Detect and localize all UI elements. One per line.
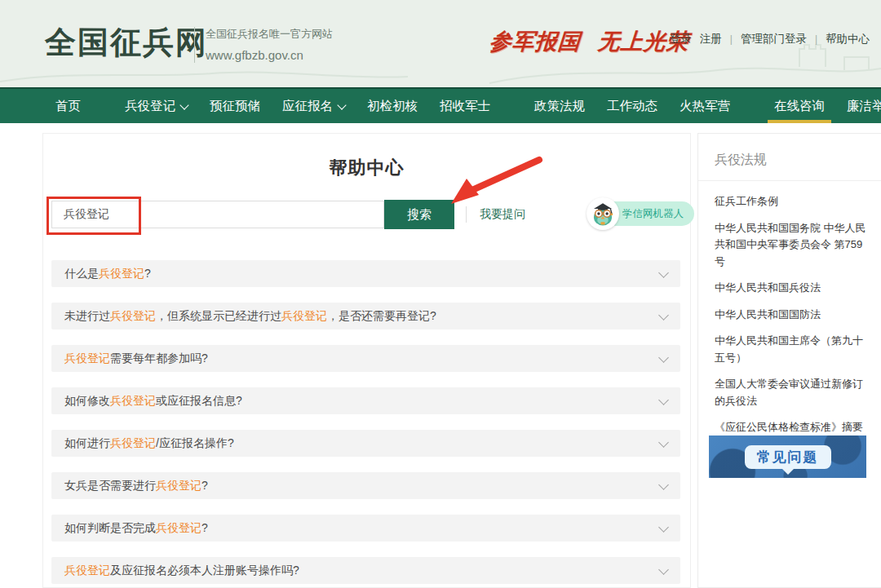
faq-item-7[interactable]: 如何判断是否完成兵役登记?: [51, 515, 680, 542]
faq-question-text: 未进行过兵役登记，但系统显示已经进行过兵役登记，是否还需要再登记?: [64, 309, 436, 324]
faq-highlight-term: 兵役登记: [64, 564, 110, 577]
faq-banner-bubble: 常见问题: [745, 445, 831, 469]
sidebar-divider: [698, 180, 881, 181]
faq-text-segment: ，但系统显示已经进行过: [156, 309, 281, 322]
faq-highlight-term: 兵役登记: [281, 309, 327, 322]
nav-item-8[interactable]: 工作动态: [607, 89, 657, 123]
search-input[interactable]: [51, 201, 384, 228]
faq-list: 什么是兵役登记?未进行过兵役登记，但系统显示已经进行过兵役登记，是否还需要再登记…: [51, 260, 680, 588]
nav-item-label: 招收军士: [440, 98, 490, 115]
chevron-down-icon: [179, 100, 188, 109]
ask-separator: [466, 206, 467, 223]
nav-item-2[interactable]: 兵役登记: [125, 89, 188, 123]
nav-item-11[interactable]: 廉洁举报: [847, 89, 881, 123]
faq-item-1[interactable]: 什么是兵役登记?: [51, 260, 680, 287]
faq-text-segment: 如何修改: [64, 394, 110, 407]
nav-item-7[interactable]: 政策法规: [534, 89, 585, 123]
nav-item-6[interactable]: 招收军士: [440, 89, 490, 123]
sidebar-link-4[interactable]: 中华人民共和国国防法: [715, 307, 873, 324]
faq-text-segment: ?: [201, 521, 208, 534]
faq-text-segment: 需要每年都参加吗?: [110, 351, 208, 365]
faq-text-segment: 什么是: [64, 267, 99, 280]
faq-highlight-term: 兵役登记: [110, 394, 156, 407]
nav-item-label: 预征预储: [210, 98, 260, 115]
faq-question-text: 如何判断是否完成兵役登记?: [64, 521, 208, 536]
faq-text-segment: /应征报名操作?: [156, 436, 234, 449]
sidebar-link-1[interactable]: 征兵工作条例: [715, 193, 873, 210]
nav-item-3[interactable]: 预征预储: [210, 89, 260, 123]
chevron-down-icon: [658, 395, 669, 405]
faq-question-text: 如何进行兵役登记/应征报名操作?: [64, 436, 234, 451]
faq-highlight-term: 兵役登记: [156, 479, 201, 492]
faq-text-segment: 未进行过: [64, 309, 110, 322]
chevron-down-icon: [658, 522, 669, 533]
nav-item-4[interactable]: 应征报名: [282, 89, 345, 123]
nav-item-label: 兵役登记: [125, 98, 175, 115]
chevron-down-icon: [658, 267, 669, 278]
header-links: 登录注册|管理部门登录|帮助中心: [670, 32, 870, 46]
nav-item-label: 廉洁举报: [847, 98, 881, 115]
faq-banner[interactable]: 常见问题: [709, 435, 866, 478]
faq-item-6[interactable]: 女兵是否需要进行兵役登记?: [51, 472, 680, 499]
faq-text-segment: 及应征报名必须本人注册账号操作吗?: [110, 564, 299, 577]
faq-question-text: 兵役登记及应征报名必须本人注册账号操作吗?: [64, 564, 299, 578]
help-center-panel: 帮助中心 搜索 我要提问: [42, 133, 691, 588]
chevron-down-icon: [658, 310, 669, 321]
chsi-robot-button[interactable]: 学信网机器人: [588, 201, 694, 226]
nav-item-label: 工作动态: [607, 98, 657, 115]
site-tagline: 全国征兵报名唯一官方网站 www.gfbzb.gov.cn: [206, 27, 333, 62]
chevron-down-icon: [337, 100, 346, 109]
nav-item-5[interactable]: 初检初核: [367, 89, 418, 123]
sidebar-link-5[interactable]: 中华人民共和国主席令（第九十五号）: [715, 333, 873, 366]
nav-item-label: 首页: [55, 98, 81, 115]
nav-item-label: 应征报名: [282, 98, 333, 115]
chevron-down-icon: [658, 564, 669, 575]
faq-highlight-term: 兵役登记: [156, 521, 201, 534]
header-link-2[interactable]: 注册: [700, 32, 722, 46]
page-title: 帮助中心: [43, 156, 690, 180]
search-button[interactable]: 搜索: [384, 200, 454, 229]
robot-label: 学信网机器人: [622, 207, 684, 221]
logo-divider: [194, 27, 195, 63]
sidebar-link-2[interactable]: 中华人民共和国国务院 中华人民共和国中央军事委员会令 第759号: [715, 220, 873, 271]
chevron-down-icon: [658, 480, 669, 490]
header-link-pipe: |: [815, 33, 817, 45]
faq-highlight-term: 兵役登记: [64, 351, 110, 365]
nav-item-label: 火热军营: [680, 98, 730, 115]
nav-item-1[interactable]: 首页: [55, 89, 81, 123]
faq-text-segment: 如何判断是否完成: [64, 521, 156, 534]
site-logo[interactable]: 全国征兵网: [45, 22, 208, 64]
nav-item-9[interactable]: 火热军营: [680, 89, 730, 123]
faq-item-4[interactable]: 如何修改兵役登记或应征报名信息?: [51, 387, 680, 414]
faq-question-text: 女兵是否需要进行兵役登记?: [64, 479, 208, 493]
page: 全国征兵网 全国征兵报名唯一官方网站 www.gfbzb.gov.cn 参军报国…: [0, 0, 881, 588]
faq-item-5[interactable]: 如何进行兵役登记/应征报名操作?: [51, 430, 680, 457]
site-url: www.gfbzb.gov.cn: [206, 48, 333, 62]
ask-question-link[interactable]: 我要提问: [480, 207, 525, 222]
nav-item-label: 初检初核: [367, 98, 418, 115]
chevron-down-icon: [658, 352, 669, 363]
faq-highlight-term: 兵役登记: [99, 267, 144, 280]
sidebar-link-7[interactable]: 《应征公民体格检查标准》摘要: [715, 419, 873, 436]
faq-question-text: 兵役登记需要每年都参加吗?: [64, 351, 208, 366]
header-link-4[interactable]: 帮助中心: [826, 32, 870, 46]
faq-item-8[interactable]: 兵役登记及应征报名必须本人注册账号操作吗?: [51, 557, 680, 584]
sidebar-title: 兵役法规: [715, 152, 881, 169]
faq-item-3[interactable]: 兵役登记需要每年都参加吗?: [51, 345, 680, 372]
faq-question-text: 什么是兵役登记?: [64, 267, 151, 281]
sidebar-regulations: 兵役法规 征兵工作条例中华人民共和国国务院 中华人民共和国中央军事委员会令 第7…: [697, 133, 881, 588]
nav-item-label: 政策法规: [534, 98, 585, 115]
faq-text-segment: ，是否还需要再登记?: [327, 309, 436, 322]
sidebar-link-6[interactable]: 全国人大常委会审议通过新修订的兵役法: [715, 376, 873, 409]
header-link-1[interactable]: 登录: [670, 32, 692, 46]
sidebar-link-3[interactable]: 中华人民共和国兵役法: [715, 280, 873, 297]
chevron-down-icon: [658, 437, 669, 448]
search-row: 搜索 我要提问: [51, 200, 525, 229]
faq-text-segment: ?: [144, 267, 151, 280]
header-link-3[interactable]: 管理部门登录: [741, 32, 807, 46]
slogan-calligraphy: 参军报国 无上光荣: [489, 27, 690, 56]
nav-item-label: 在线咨询: [774, 98, 825, 115]
owl-robot-icon: [587, 197, 619, 230]
nav-item-10[interactable]: 在线咨询: [774, 89, 825, 123]
faq-item-2[interactable]: 未进行过兵役登记，但系统显示已经进行过兵役登记，是否还需要再登记?: [51, 303, 680, 329]
